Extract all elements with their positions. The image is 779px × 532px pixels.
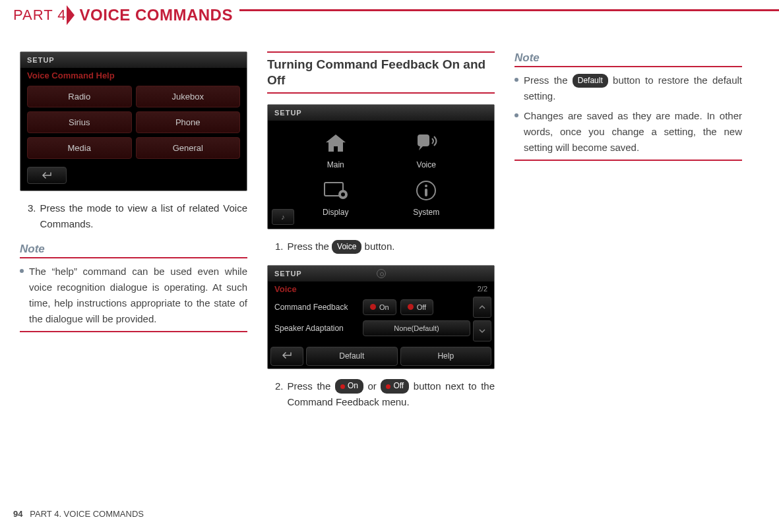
voice-icon: [414, 132, 439, 154]
note-bullet-1: Press the Default button to restore the …: [514, 73, 742, 104]
part-label: PART 4: [13, 7, 67, 24]
icon-system[interactable]: System: [385, 177, 468, 217]
step-1: 1. Press the Voice button.: [267, 239, 495, 254]
mode-button-radio[interactable]: Radio: [27, 86, 132, 107]
icon-display[interactable]: Display: [294, 177, 377, 217]
mode-button-sirius[interactable]: Sirius: [27, 111, 132, 133]
step-number: 2.: [275, 378, 284, 410]
bullet-icon: [514, 113, 518, 117]
text: Off: [417, 303, 426, 311]
column-1: SETUP Voice Command Help Radio Jukebox S…: [20, 51, 247, 421]
subsection-heading: Turning Command Feedback On and Off: [267, 51, 495, 94]
on-button-ref: On: [335, 379, 363, 393]
radio-dot-icon: [370, 304, 376, 310]
back-button[interactable]: [270, 347, 303, 366]
icon-label: Main: [327, 160, 344, 169]
step-number: 3.: [28, 200, 36, 232]
page-header: PART 4 VOICE COMMANDS: [0, 0, 779, 25]
back-arrow-icon: [41, 171, 53, 180]
scroll-down-button[interactable]: [473, 320, 491, 341]
column-3: Note Press the Default button to restore…: [514, 51, 742, 421]
screenshot-voice-settings: SETUP Voice 2/2 Command Feedback On Off …: [267, 265, 495, 369]
voice-title: Voice: [274, 284, 297, 294]
back-arrow-icon: [281, 351, 293, 359]
off-button-ref: Off: [381, 379, 409, 393]
title-arrow-icon: [67, 5, 75, 25]
note-end-rule: [20, 331, 247, 332]
svg-point-4: [425, 185, 427, 187]
bullet-text: The “help” command can be used even whil…: [29, 264, 247, 327]
off-radio[interactable]: Off: [400, 299, 433, 315]
text: button.: [361, 241, 394, 252]
screenshot-subtitle: Voice Command Help: [20, 68, 247, 86]
command-feedback-label: Command Feedback: [274, 303, 359, 312]
mode-button-media[interactable]: Media: [27, 137, 132, 159]
header-rule: [239, 9, 779, 11]
scroll-up-button[interactable]: [473, 297, 491, 318]
note-end-rule: [514, 160, 742, 161]
text: Press the: [524, 74, 573, 86]
step-text: Press the Voice button.: [288, 239, 495, 254]
page-footer: 94 PART 4. VOICE COMMANDS: [13, 509, 144, 519]
note-heading: Note: [20, 243, 247, 258]
mode-button-phone[interactable]: Phone: [136, 111, 241, 133]
help-button[interactable]: Help: [400, 347, 492, 366]
step-3: 3. Press the mode to view a list of rela…: [20, 200, 247, 232]
icon-main[interactable]: Main: [294, 130, 377, 169]
music-note-icon: ♪: [272, 209, 294, 225]
section-title: VOICE COMMANDS: [80, 6, 233, 24]
icon-label: Voice: [417, 160, 436, 169]
display-icon: [322, 180, 350, 201]
bullet-text: Press the Default button to restore the …: [524, 73, 742, 104]
default-button[interactable]: Default: [306, 347, 398, 366]
icon-label: System: [413, 208, 439, 217]
radio-dot-icon: [340, 384, 345, 389]
icon-voice[interactable]: Voice: [385, 130, 468, 169]
chevron-down-icon: [479, 328, 485, 334]
info-icon: [414, 179, 438, 202]
step-text: Press the mode to view a list of related…: [40, 200, 247, 232]
svg-rect-5: [425, 189, 427, 196]
radio-dot-icon: [408, 304, 414, 310]
text: On: [348, 380, 358, 392]
on-radio[interactable]: On: [363, 299, 396, 315]
bullet-text: Changes are saved as they are made. In o…: [524, 108, 742, 156]
text: SETUP: [274, 270, 302, 278]
chevron-up-icon: [479, 305, 485, 310]
text: Press the: [288, 241, 332, 252]
mode-button-jukebox[interactable]: Jukebox: [136, 86, 241, 107]
column-2: Turning Command Feedback On and Off SETU…: [267, 51, 495, 421]
speaker-adaptation-value[interactable]: None(Default): [363, 320, 470, 336]
screenshot-title: SETUP: [20, 52, 247, 68]
bullet-icon: [20, 269, 24, 273]
page-indicator: 2/2: [478, 285, 487, 293]
icon-label: Display: [323, 208, 348, 217]
home-icon: [323, 132, 348, 154]
bullet-icon: [514, 78, 518, 82]
disc-icon: [377, 269, 386, 278]
default-button-ref: Default: [573, 74, 608, 88]
radio-dot-icon: [386, 384, 390, 389]
svg-point-2: [341, 192, 345, 196]
text: On: [379, 303, 389, 311]
voice-button-ref: Voice: [332, 240, 361, 254]
screenshot-setup-main: SETUP Main Voice Display System: [267, 104, 495, 229]
screenshot-voice-command-help: SETUP Voice Command Help Radio Jukebox S…: [20, 51, 247, 191]
page-number: 94: [13, 509, 22, 519]
footer-text: PART 4. VOICE COMMANDS: [30, 509, 144, 519]
step-2: 2. Press the On or Off button next to th…: [267, 378, 495, 410]
note-heading: Note: [514, 51, 742, 67]
text: Off: [393, 380, 404, 392]
note-bullet-2: Changes are saved as they are made. In o…: [514, 108, 742, 156]
text: Press the: [288, 380, 335, 392]
mode-button-general[interactable]: General: [136, 137, 241, 159]
back-button[interactable]: [27, 167, 67, 184]
step-text: Press the On or Off button next to the C…: [288, 378, 495, 410]
step-number: 1.: [275, 239, 284, 254]
speaker-adaptation-label: Speaker Adaptation: [274, 324, 359, 333]
text: or: [363, 380, 381, 392]
screenshot-title: SETUP: [268, 266, 494, 281]
screenshot-title: SETUP: [268, 105, 494, 121]
note-bullet: The “help” command can be used even whil…: [20, 264, 247, 327]
